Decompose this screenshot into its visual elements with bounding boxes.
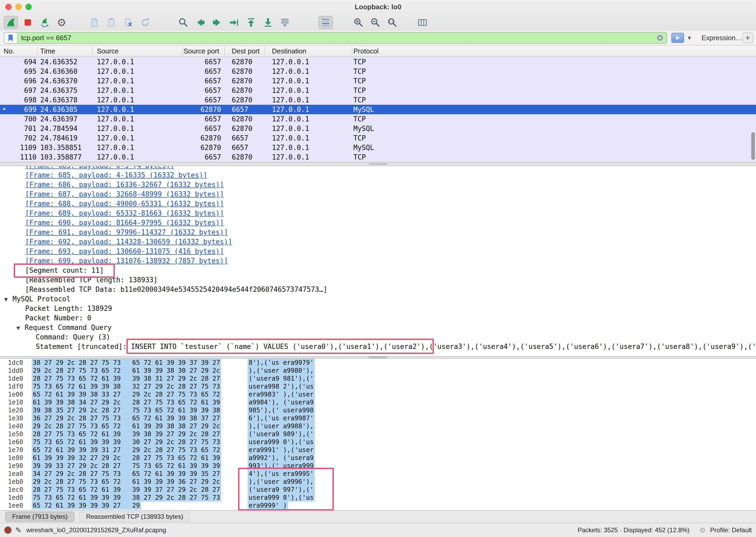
hex-bytes[interactable]: 28 27 75 73 65 72 61 39 39 38 31 27 29 2… — [32, 375, 221, 383]
packet-row[interactable]: • 699 24.636385 127.0.0.1 62870 6657 127… — [0, 105, 756, 114]
go-to-bottom-button[interactable] — [261, 16, 275, 29]
detail-line[interactable]: ▼MySQL Protocol — [0, 294, 756, 304]
profile-label[interactable]: Profile: Default — [710, 526, 752, 534]
hex-row[interactable]: 1e20 39 38 35 27 29 2c 28 27 75 73 65 72… — [0, 406, 756, 414]
hex-row[interactable]: 1e70 65 72 61 39 39 39 31 27 29 2c 28 27… — [0, 446, 756, 454]
detail-line[interactable]: [Frame: 688, payload: 49000-65331 (16332… — [0, 199, 756, 208]
ascii-bytes[interactable]: ('usera9 981'),(' — [248, 375, 315, 383]
col-header-source-port[interactable]: Source port — [183, 46, 219, 57]
detail-line[interactable]: [Reassembled TCP Data: b11e020003494e534… — [0, 285, 756, 294]
disclosure-triangle-icon[interactable]: ▼ — [17, 325, 20, 331]
hex-bytes[interactable]: 28 27 75 73 65 72 61 39 39 39 37 27 29 2… — [32, 486, 221, 494]
hex-row[interactable]: 1ed0 75 73 65 72 61 39 39 39 38 27 29 2c… — [0, 494, 756, 502]
hex-bytes[interactable]: 29 2c 28 27 75 73 65 72 61 39 39 38 30 2… — [32, 367, 221, 375]
apply-filter-button[interactable] — [671, 33, 684, 43]
col-header-destination[interactable]: Destination — [272, 46, 306, 57]
open-file-button[interactable] — [87, 16, 101, 29]
restart-capture-button[interactable] — [38, 16, 52, 29]
hex-bytes[interactable]: 61 39 39 39 32 27 29 2c 28 27 75 73 65 7… — [32, 454, 221, 462]
ascii-bytes[interactable]: 985'),(' usera998 — [248, 406, 315, 414]
reload-file-button[interactable] — [138, 16, 152, 29]
hex-row[interactable]: 1e60 75 73 65 72 61 39 39 39 30 27 29 2c… — [0, 438, 756, 446]
packet-list-scrollbar-thumb[interactable] — [751, 132, 755, 160]
find-packet-button[interactable] — [176, 16, 190, 29]
ascii-bytes[interactable]: 6'),('us era9987' — [248, 414, 315, 422]
hex-bytes[interactable]: 75 73 65 72 61 39 39 39 30 27 29 2c 28 2… — [32, 438, 221, 446]
ascii-bytes[interactable]: ),('user a9996'), — [248, 478, 315, 486]
packet-row[interactable]: 694 24.636352 127.0.0.1 6657 62870 127.0… — [0, 57, 756, 67]
packet-row[interactable]: 701 24.784594 127.0.0.1 6657 62870 127.0… — [0, 124, 756, 133]
ascii-bytes[interactable]: 4'),('us era9995' — [248, 470, 315, 478]
close-file-button[interactable] — [121, 16, 136, 29]
ascii-bytes[interactable]: usera998 2'),('us — [248, 383, 315, 391]
colorize-packets-button[interactable] — [318, 16, 333, 29]
col-header-dest-port[interactable]: Dest port — [232, 46, 260, 57]
capture-options-button[interactable]: ⚙ — [55, 16, 69, 29]
detail-line[interactable]: ▼Request Command Query — [0, 323, 756, 332]
column-divider[interactable] — [92, 47, 93, 56]
hex-row[interactable]: 1e90 39 39 33 27 29 2c 28 27 75 73 65 72… — [0, 462, 756, 470]
detail-line[interactable]: Command: Query (3) — [0, 332, 756, 342]
column-divider[interactable] — [37, 47, 38, 56]
ascii-bytes[interactable]: era9999' ) — [248, 502, 288, 510]
expert-info-indicator[interactable] — [4, 526, 12, 534]
save-file-button[interactable] — [104, 16, 118, 29]
hex-row[interactable]: 1eb0 29 2c 28 27 75 73 65 72 61 39 39 39… — [0, 478, 756, 486]
detail-line[interactable]: [Frame: 691, payload: 97996-114327 (1633… — [0, 227, 756, 237]
display-filter-field[interactable]: tcp.port == 6657 — [4, 32, 667, 44]
col-header-source[interactable]: Source — [97, 46, 118, 57]
go-back-button[interactable] — [193, 16, 207, 29]
hex-row[interactable]: 1e40 29 2c 28 27 75 73 65 72 61 39 39 38… — [0, 422, 756, 430]
hex-row[interactable]: 1df0 75 73 65 72 61 39 39 38 32 27 29 2c… — [0, 383, 756, 391]
pane-splitter[interactable] — [0, 162, 756, 166]
capture-comment-icon[interactable]: ✎ — [15, 526, 21, 535]
detail-line[interactable]: [Frame: 699, payload: 131076-138932 (785… — [0, 256, 756, 266]
detail-line[interactable]: [Frame: 687, payload: 32668-48999 (16332… — [0, 189, 756, 199]
hex-bytes[interactable]: 65 72 61 39 39 39 31 27 29 2c 28 27 75 7… — [32, 446, 221, 454]
hex-bytes[interactable]: 38 27 29 2c 28 27 75 73 65 72 61 39 39 3… — [32, 359, 221, 367]
column-divider[interactable] — [352, 47, 352, 56]
hex-bytes[interactable]: 75 73 65 72 61 39 39 38 32 27 29 2c 28 2… — [32, 383, 221, 391]
ascii-bytes[interactable]: era9983' ),('user — [248, 391, 315, 398]
hex-bytes[interactable]: 75 73 65 72 61 39 39 39 38 27 29 2c 28 2… — [32, 494, 221, 502]
ascii-bytes[interactable]: ),('user a9980'), — [248, 367, 315, 375]
ascii-bytes[interactable]: era9991' ),('user — [248, 446, 315, 454]
col-header-no[interactable]: No. — [4, 46, 14, 57]
hex-row[interactable]: 1e30 36 27 29 2c 28 27 75 73 65 72 61 39… — [0, 414, 756, 422]
hex-row[interactable]: 1e80 61 39 39 39 32 27 29 2c 28 27 75 73… — [0, 454, 756, 462]
zoom-out-button[interactable] — [368, 16, 382, 29]
hex-row[interactable]: 1dc0 38 27 29 2c 28 27 75 73 65 72 61 39… — [0, 359, 756, 367]
detail-line[interactable]: [Frame: 693, payload: 130660-131075 (416… — [0, 247, 756, 256]
detail-line[interactable]: [Frame: 689, payload: 65332-81663 (16332… — [0, 208, 756, 218]
hex-bytes[interactable]: 28 27 75 73 65 72 61 39 39 38 39 27 29 2… — [32, 430, 221, 438]
hex-row[interactable]: 1de0 28 27 75 73 65 72 61 39 39 38 31 27… — [0, 375, 756, 383]
packet-row[interactable]: 695 24.636360 127.0.0.1 6657 62870 127.0… — [0, 67, 756, 76]
titlebar[interactable]: Loopback: lo0 — [0, 0, 756, 14]
add-filter-button[interactable]: + — [742, 32, 753, 43]
detail-line[interactable]: [Frame: 690, payload: 81664-97995 (16332… — [0, 218, 756, 227]
disclosure-triangle-icon[interactable]: ▼ — [4, 296, 8, 303]
detail-line[interactable]: Packet Number: 0 — [0, 313, 756, 323]
hex-row[interactable]: 1e00 65 72 61 39 39 38 33 27 29 2c 28 27… — [0, 391, 756, 398]
detail-line[interactable]: [Frame: 683, payload: 0-3 (4 bytes)] — [0, 166, 756, 170]
column-divider[interactable] — [264, 47, 265, 56]
ascii-bytes[interactable]: usera999 0'),('us — [248, 438, 315, 446]
pane-splitter[interactable] — [0, 356, 756, 359]
hex-bytes[interactable]: 39 38 35 27 29 2c 28 27 75 73 65 72 61 3… — [32, 406, 221, 414]
ascii-bytes[interactable]: usera999 8'),('us — [248, 494, 315, 502]
zoom-reset-button[interactable]: 1:1 — [385, 16, 399, 29]
hex-bytes[interactable]: 65 72 61 39 39 38 33 27 29 2c 28 27 75 7… — [32, 391, 221, 398]
start-capture-button[interactable] — [4, 16, 18, 29]
hex-bytes[interactable]: 65 72 61 39 39 39 39 27 29 — [32, 502, 141, 510]
clear-filter-button[interactable] — [656, 34, 664, 42]
column-divider[interactable] — [182, 47, 183, 56]
detail-line[interactable]: [Reassembled TCP length: 138933] — [0, 275, 756, 285]
packet-row[interactable]: 1110 103.358877 127.0.0.1 6657 62870 127… — [0, 152, 756, 162]
go-forward-button[interactable] — [210, 16, 224, 29]
ascii-bytes[interactable]: 8'),('us era9979' — [248, 359, 315, 367]
zoom-in-button[interactable] — [351, 16, 366, 29]
stop-capture-button[interactable] — [20, 16, 35, 29]
bytes-source-tab[interactable]: Reassembled TCP (138933 bytes) — [79, 512, 190, 522]
detail-line[interactable]: [Segment count: 11] — [0, 266, 756, 275]
ascii-bytes[interactable]: a9984'), ('usera9 — [248, 398, 315, 406]
